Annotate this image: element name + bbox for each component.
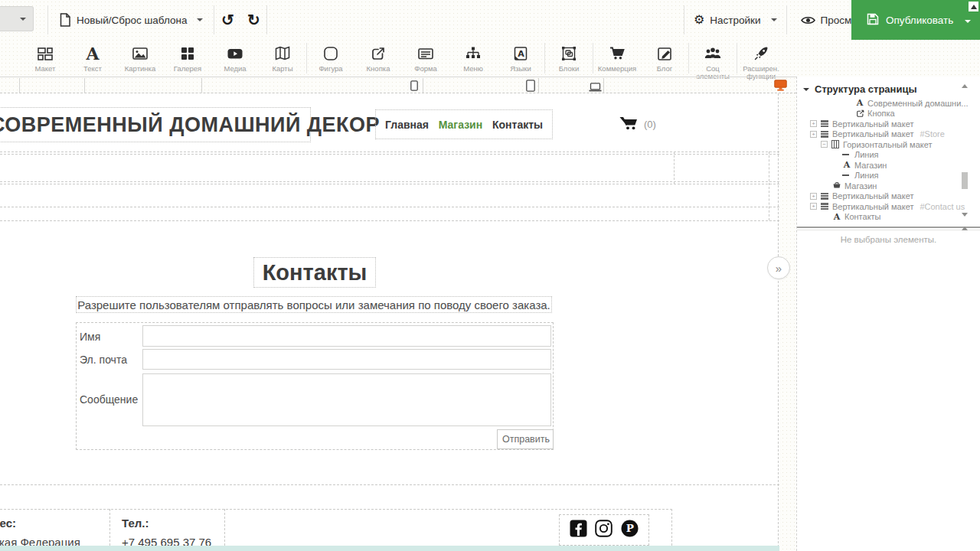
tree-item-store-text[interactable]: A Магазин: [797, 160, 980, 171]
tree-item-title[interactable]: A Современный домашни...: [797, 98, 980, 109]
nav-item-store[interactable]: Магазин: [439, 119, 482, 131]
vertical-layout-icon: [820, 130, 829, 139]
page-structure-header[interactable]: Структура страницы: [797, 77, 980, 98]
menu-icon: [464, 44, 482, 63]
cart-icon: [619, 115, 639, 134]
widget-social-elements[interactable]: Соц элементы: [689, 40, 737, 80]
collapse-panel-button[interactable]: »: [767, 256, 790, 279]
widget-languages[interactable]: A Языки: [497, 40, 544, 73]
contact-subtitle-block[interactable]: Разрешите пользователям отправлять вопро…: [76, 296, 552, 313]
line-icon: [842, 174, 849, 176]
widget-button[interactable]: Кнопка: [354, 40, 402, 73]
chevron-down-icon: [197, 18, 203, 24]
image-icon: [131, 44, 149, 63]
collapse-icon[interactable]: −: [821, 141, 828, 148]
tablet-icon[interactable]: [526, 80, 535, 95]
scroll-up-button[interactable]: [969, 2, 978, 11]
arrow-up-icon: [962, 223, 968, 230]
vertical-layout-icon: [820, 119, 829, 128]
scroll-up-button[interactable]: [961, 83, 968, 90]
tree-item-line[interactable]: Линия: [797, 150, 980, 161]
tree-item-contacts-text[interactable]: A Контакты: [797, 212, 980, 223]
widget-media[interactable]: Медиа: [211, 40, 259, 73]
email-field[interactable]: [142, 349, 551, 370]
email-label: Эл. почта: [80, 354, 127, 366]
ruler-tick: [603, 78, 604, 93]
ruler-tick: [19, 78, 20, 93]
chevron-down-icon: [803, 88, 809, 94]
cart-count: (0): [644, 119, 656, 130]
contact-subtitle-text: Разрешите пользователям отправлять вопро…: [77, 298, 550, 311]
facebook-icon[interactable]: [570, 520, 587, 540]
instagram-icon[interactable]: [595, 520, 612, 540]
page-structure-panel: Структура страницы A Современный домашни…: [796, 77, 980, 551]
tree-item-horizontal-layout[interactable]: − Горизонтальный макет: [797, 139, 980, 150]
undo-button[interactable]: ↺: [214, 0, 240, 40]
anchor-tag: #Contact us: [920, 202, 965, 211]
chevron-down-icon: [965, 20, 971, 26]
expand-icon[interactable]: +: [810, 131, 817, 138]
widget-layout[interactable]: Макет: [21, 40, 69, 73]
widget-text[interactable]: A Текст: [69, 40, 116, 73]
contact-heading-block[interactable]: Контакты: [253, 257, 376, 288]
text-icon: A: [855, 99, 864, 107]
widget-image[interactable]: Картинка: [116, 40, 164, 73]
tree-item-vertical-layout[interactable]: + Вертикальный макет: [797, 191, 980, 202]
double-chevron-right-icon: »: [776, 262, 782, 275]
widget-shape[interactable]: Фигура: [307, 40, 354, 73]
expand-icon[interactable]: +: [810, 193, 817, 200]
scroll-up-button[interactable]: [961, 225, 968, 232]
expand-icon[interactable]: +: [810, 120, 817, 127]
message-label: Сообщение: [80, 393, 138, 406]
advanced-features-icon: [752, 44, 770, 63]
tree-item-store-widget[interactable]: Магазин: [797, 181, 980, 191]
widget-maps[interactable]: Карты: [259, 40, 306, 73]
settings-button[interactable]: ⚙ Настройки: [684, 0, 786, 40]
redo-button[interactable]: ↻: [240, 0, 266, 40]
gear-icon: ⚙: [694, 14, 704, 26]
svg-text:A: A: [518, 49, 524, 59]
site-title-block[interactable]: СОВРЕМЕННЫЙ ДОМАШНИЙ ДЕКОР: [0, 107, 311, 142]
publish-button[interactable]: Опубликовать: [851, 0, 980, 40]
expand-icon[interactable]: +: [810, 203, 817, 210]
pinterest-icon[interactable]: P: [621, 520, 639, 540]
nav-item-home[interactable]: Главная: [385, 119, 429, 131]
desktop-icon-active[interactable]: [774, 80, 787, 95]
name-field[interactable]: [142, 325, 551, 347]
eye-icon: [801, 15, 815, 25]
footer-strip: [0, 546, 779, 551]
widget-menu[interactable]: Меню: [449, 40, 497, 73]
widget-commerce[interactable]: Коммерция: [593, 40, 641, 73]
nav-item-contacts[interactable]: Контакты: [492, 119, 543, 131]
widget-gallery[interactable]: Галерея: [164, 40, 211, 73]
widget-form[interactable]: Форма: [402, 40, 449, 73]
ruler-tick: [201, 78, 202, 93]
submit-button[interactable]: Отправить: [497, 429, 554, 449]
collapsed-dropdown-button[interactable]: [0, 6, 34, 31]
arrow-down-icon: [962, 213, 968, 220]
horizontal-layout-icon: [831, 140, 840, 148]
phone-icon[interactable]: [410, 80, 418, 94]
new-reset-template-button[interactable]: Новый/Сброс шаблона: [48, 0, 214, 40]
page-icon: [59, 13, 71, 27]
social-links-block: P: [559, 514, 649, 546]
name-label: Имя: [80, 331, 100, 343]
cart-widget[interactable]: (0): [619, 115, 656, 134]
tree-item-button[interactable]: Кнопка: [797, 109, 980, 119]
tree-item-vertical-layout-contact[interactable]: + Вертикальный макет #Contact us: [797, 201, 980, 212]
widget-advanced-features[interactable]: Расширен. функции: [737, 40, 785, 80]
widget-blocks[interactable]: Блоки: [545, 40, 593, 73]
scroll-down-button[interactable]: [961, 211, 968, 218]
scrollbar-thumb[interactable]: [962, 172, 968, 189]
ruler-tick: [84, 78, 85, 93]
section-guide: [0, 184, 779, 184]
tree-item-vertical-layout[interactable]: + Вертикальный макет: [797, 119, 980, 129]
vertical-layout-icon: [820, 202, 829, 210]
tree-item-line[interactable]: Линия: [797, 171, 980, 181]
commerce-icon: [608, 44, 626, 63]
tree-item-vertical-layout-store[interactable]: + Вертикальный макет #Store: [797, 129, 980, 140]
message-field[interactable]: [142, 373, 551, 426]
widget-blog[interactable]: Блог: [641, 40, 688, 73]
arrow-up-icon: [962, 81, 968, 88]
vertical-layout-icon: [820, 192, 829, 201]
